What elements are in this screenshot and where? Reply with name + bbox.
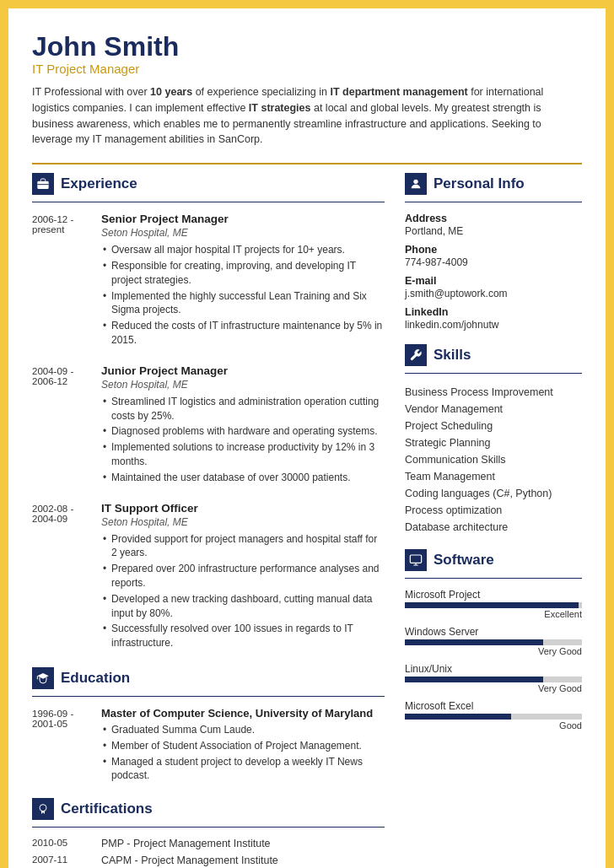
- software-icon: [405, 549, 427, 571]
- briefcase-icon: [36, 177, 50, 191]
- education-section: Education 1996-09 - 2001-05 Master of Co…: [32, 667, 385, 784]
- edu-bullets: Graduated Summa Cum Laude.Member of Stud…: [101, 723, 385, 783]
- exp-content: Junior Project Manager Seton Hospital, M…: [101, 364, 385, 487]
- education-title: Education: [61, 670, 130, 687]
- skill-item: Vendor Management: [405, 401, 582, 418]
- experience-icon: [32, 173, 54, 195]
- skill-item: Coding languages (C#, Python): [405, 485, 582, 502]
- software-label: Very Good: [405, 683, 582, 693]
- exp-bullet: Reduced the costs of IT infrastructure m…: [101, 319, 385, 348]
- monitor-icon: [409, 553, 423, 567]
- skills-list: Business Process ImprovementVendor Manag…: [405, 384, 582, 536]
- email-label: E-mail: [405, 275, 582, 287]
- header-divider: [32, 163, 582, 164]
- exp-bullet: Oversaw all major hospital IT projects f…: [101, 243, 385, 257]
- experience-title: Experience: [61, 175, 137, 192]
- skills-header: Skills: [405, 344, 582, 366]
- exp-entry: 2004-09 - 2006-12 Junior Project Manager…: [32, 364, 385, 487]
- certifications-entries: 2010-05 PMP - Project Management Institu…: [32, 838, 385, 868]
- linkedin-value: linkedin.com/johnutw: [405, 319, 582, 331]
- exp-dates: 2006-12 - present: [32, 213, 93, 349]
- skill-item: Database architecture: [405, 519, 582, 536]
- exp-company: Seton Hospital, ME: [101, 516, 385, 528]
- edu-degree: Master of Computer Science, University o…: [101, 707, 385, 720]
- education-header: Education: [32, 667, 385, 689]
- software-item: Microsoft Excel Good: [405, 700, 582, 731]
- email-value: j.smith@uptowork.com: [405, 288, 582, 299]
- exp-bullet: Implemented solutions to increase produc…: [101, 440, 385, 469]
- personal-info-section: Personal Info Address Portland, ME Phone…: [405, 173, 582, 331]
- personal-info-icon: [405, 173, 427, 195]
- software-bar-fill: [405, 714, 511, 720]
- resume-page: John Smith IT Project Manager IT Profess…: [8, 8, 606, 868]
- exp-company: Seton Hospital, ME: [101, 227, 385, 239]
- main-content: Experience 2006-12 - present Senior Proj…: [32, 173, 582, 868]
- experience-section: Experience 2006-12 - present Senior Proj…: [32, 173, 385, 652]
- skills-title: Skills: [434, 347, 471, 364]
- exp-job-title: IT Support Officer: [101, 502, 385, 515]
- software-bar-container: [405, 602, 582, 608]
- exp-job-title: Junior Project Manager: [101, 364, 385, 377]
- skill-item: Project Scheduling: [405, 418, 582, 434]
- exp-entry: 2002-08 - 2004-09 IT Support Officer Set…: [32, 502, 385, 652]
- software-bar-fill: [405, 639, 543, 645]
- education-divider: [32, 696, 385, 697]
- exp-bullet: Maintained the user database of over 300…: [101, 471, 385, 485]
- skills-divider: [405, 373, 582, 374]
- certifications-divider: [32, 827, 385, 828]
- software-entries: Microsoft Project Excellent Windows Serv…: [405, 589, 582, 731]
- exp-bullet: Developed a new tracking dashboard, cutt…: [101, 592, 385, 621]
- exp-bullet: Diagnosed problems with hardware and ope…: [101, 424, 385, 439]
- software-section: Software Microsoft Project Excellent Win…: [405, 549, 582, 731]
- education-icon: [32, 667, 54, 689]
- address-label: Address: [405, 213, 582, 224]
- education-entries: 1996-09 - 2001-05 Master of Computer Sci…: [32, 707, 385, 784]
- email-block: E-mail j.smith@uptowork.com: [405, 275, 582, 299]
- experience-header: Experience: [32, 173, 385, 195]
- exp-bullets: Oversaw all major hospital IT projects f…: [101, 243, 385, 348]
- software-item: Linux/Unix Very Good: [405, 663, 582, 693]
- software-title: Software: [434, 552, 494, 569]
- exp-content: Senior Project Manager Seton Hospital, M…: [101, 213, 385, 349]
- software-label: Excellent: [405, 609, 582, 619]
- cert-date: 2007-11: [32, 855, 93, 866]
- edu-bullet: Member of Student Association of Project…: [101, 739, 385, 753]
- candidate-name: John Smith: [32, 32, 582, 62]
- exp-company: Seton Hospital, ME: [101, 379, 385, 391]
- skill-item: Strategic Planning: [405, 434, 582, 451]
- exp-bullet: Successfully resolved over 100 issues in…: [101, 622, 385, 650]
- certifications-icon: [32, 798, 54, 820]
- wrench-icon: [409, 348, 423, 362]
- linkedin-block: LinkedIn linkedin.com/johnutw: [405, 306, 582, 331]
- software-label: Very Good: [405, 646, 582, 656]
- certifications-section: Certifications 2010-05 PMP - Project Man…: [32, 798, 385, 868]
- right-column: Personal Info Address Portland, ME Phone…: [405, 173, 582, 868]
- exp-bullet: Streamlined IT logistics and administrat…: [101, 395, 385, 423]
- experience-divider: [32, 202, 385, 202]
- edu-bullet: Managed a student project to develop a w…: [101, 755, 385, 784]
- skill-item: Business Process Improvement: [405, 384, 582, 401]
- software-name: Microsoft Project: [405, 589, 582, 601]
- svg-rect-0: [37, 181, 48, 189]
- skill-item: Communication Skills: [405, 451, 582, 468]
- candidate-summary: IT Professional with over 10 years of ex…: [32, 84, 582, 148]
- exp-job-title: Senior Project Manager: [101, 213, 385, 225]
- personal-info-title: Personal Info: [434, 175, 525, 192]
- svg-point-2: [40, 805, 46, 811]
- software-divider: [405, 578, 582, 579]
- cert-name: PMP - Project Management Institute: [101, 838, 271, 849]
- personal-info-header: Personal Info: [405, 173, 582, 195]
- exp-bullet: Implemented the highly successful Lean T…: [101, 289, 385, 318]
- linkedin-label: LinkedIn: [405, 306, 582, 318]
- edu-entry: 1996-09 - 2001-05 Master of Computer Sci…: [32, 707, 385, 784]
- software-bar-fill: [405, 602, 579, 608]
- cert-date: 2010-05: [32, 838, 93, 849]
- software-label: Good: [405, 720, 582, 731]
- certificate-icon: [36, 802, 50, 816]
- exp-bullet: Responsible for creating, improving, and…: [101, 259, 385, 288]
- exp-bullets: Streamlined IT logistics and administrat…: [101, 395, 385, 485]
- software-name: Microsoft Excel: [405, 700, 582, 712]
- skills-section: Skills Business Process ImprovementVendo…: [405, 344, 582, 536]
- address-block: Address Portland, ME: [405, 213, 582, 237]
- edu-bullet: Graduated Summa Cum Laude.: [101, 723, 385, 737]
